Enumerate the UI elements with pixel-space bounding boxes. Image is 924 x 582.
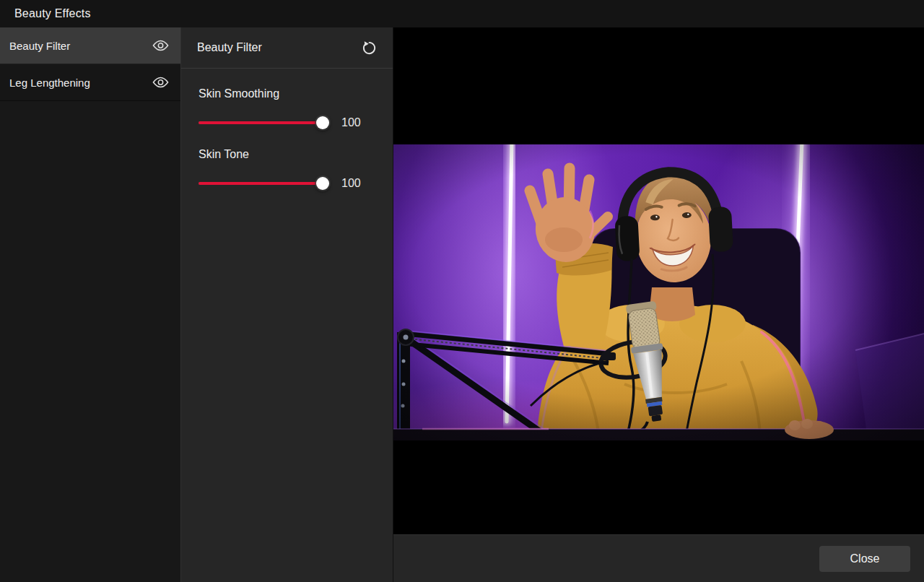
video-preview [393, 27, 924, 534]
eye-icon[interactable] [152, 77, 169, 88]
sidebar-item-beauty-filter[interactable]: Beauty Filter [0, 27, 180, 64]
titlebar: Beauty Effects [0, 0, 924, 27]
skin-smoothing-group: Skin Smoothing 100 [199, 87, 377, 129]
camera-frame [393, 144, 924, 440]
preview-column: Close [393, 27, 924, 582]
effects-sidebar: Beauty Filter Leg Lengthening [0, 27, 180, 582]
panel-header: Beauty Filter [181, 27, 393, 69]
settings-panel: Beauty Filter Skin Smoothing [180, 27, 393, 582]
panel-title: Beauty Filter [197, 41, 262, 54]
eye-icon[interactable] [152, 40, 169, 51]
slider-label: Skin Smoothing [199, 87, 377, 100]
slider-fill [199, 182, 323, 185]
slider-fill [199, 121, 323, 124]
slider-label: Skin Tone [199, 148, 377, 161]
footer-bar: Close [393, 534, 924, 582]
panel-body: Skin Smoothing 100 Skin Tone [181, 69, 393, 209]
skin-smoothing-slider[interactable] [199, 121, 323, 124]
beauty-effects-window: Beauty Effects Beauty Filter Leg Lengthe… [0, 0, 924, 582]
close-button[interactable]: Close [819, 546, 910, 572]
slider-thumb[interactable] [316, 116, 329, 129]
content: Beauty Filter Leg Lengthening [0, 27, 924, 582]
window-title: Beauty Effects [14, 7, 91, 20]
slider-value: 100 [341, 177, 365, 190]
sidebar-item-leg-lengthening[interactable]: Leg Lengthening [0, 64, 180, 101]
skin-tone-slider[interactable] [199, 182, 323, 185]
slider-thumb[interactable] [316, 177, 329, 190]
skin-tone-group: Skin Tone 100 [199, 148, 377, 190]
sidebar-item-label: Leg Lengthening [9, 77, 90, 89]
slider-value: 100 [341, 116, 365, 129]
sidebar-item-label: Beauty Filter [9, 40, 70, 52]
reset-icon[interactable] [362, 40, 377, 56]
